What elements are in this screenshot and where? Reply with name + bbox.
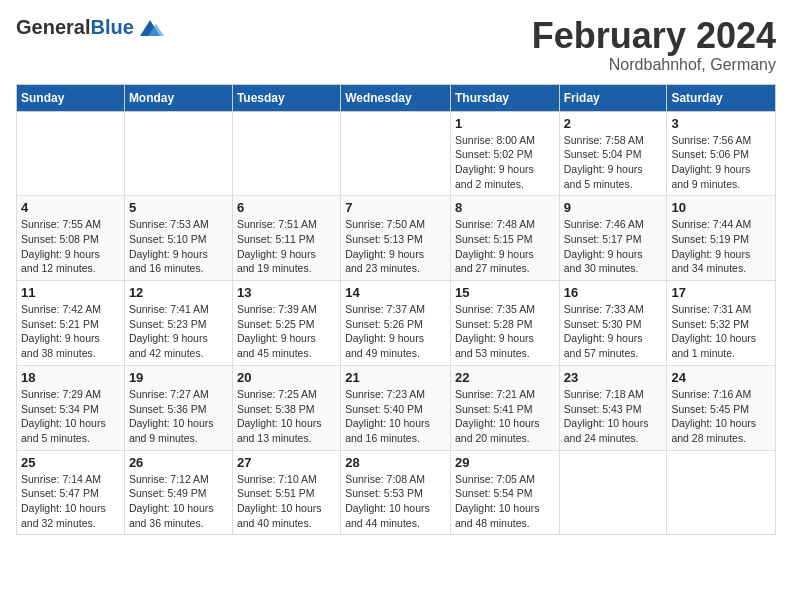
day-info: Sunrise: 7:16 AM Sunset: 5:45 PM Dayligh… — [671, 387, 771, 446]
day-number: 15 — [455, 285, 555, 300]
calendar-cell: 28Sunrise: 7:08 AM Sunset: 5:53 PM Dayli… — [341, 450, 451, 535]
day-number: 23 — [564, 370, 663, 385]
day-number: 11 — [21, 285, 120, 300]
logo-general: General — [16, 16, 90, 39]
calendar-cell: 21Sunrise: 7:23 AM Sunset: 5:40 PM Dayli… — [341, 365, 451, 450]
calendar-cell: 18Sunrise: 7:29 AM Sunset: 5:34 PM Dayli… — [17, 365, 125, 450]
day-info: Sunrise: 7:39 AM Sunset: 5:25 PM Dayligh… — [237, 302, 336, 361]
calendar-cell: 2Sunrise: 7:58 AM Sunset: 5:04 PM Daylig… — [559, 111, 667, 196]
calendar-cell: 22Sunrise: 7:21 AM Sunset: 5:41 PM Dayli… — [450, 365, 559, 450]
day-number: 8 — [455, 200, 555, 215]
calendar-week-4: 18Sunrise: 7:29 AM Sunset: 5:34 PM Dayli… — [17, 365, 776, 450]
day-info: Sunrise: 7:46 AM Sunset: 5:17 PM Dayligh… — [564, 217, 663, 276]
day-number: 28 — [345, 455, 446, 470]
day-info: Sunrise: 7:31 AM Sunset: 5:32 PM Dayligh… — [671, 302, 771, 361]
column-header-thursday: Thursday — [450, 84, 559, 111]
calendar-cell — [559, 450, 667, 535]
title-block: February 2024 Nordbahnhof, Germany — [532, 16, 776, 74]
calendar-cell: 20Sunrise: 7:25 AM Sunset: 5:38 PM Dayli… — [232, 365, 340, 450]
day-info: Sunrise: 7:37 AM Sunset: 5:26 PM Dayligh… — [345, 302, 446, 361]
day-info: Sunrise: 8:00 AM Sunset: 5:02 PM Dayligh… — [455, 133, 555, 192]
calendar-cell: 1Sunrise: 8:00 AM Sunset: 5:02 PM Daylig… — [450, 111, 559, 196]
day-info: Sunrise: 7:48 AM Sunset: 5:15 PM Dayligh… — [455, 217, 555, 276]
day-info: Sunrise: 7:55 AM Sunset: 5:08 PM Dayligh… — [21, 217, 120, 276]
day-number: 4 — [21, 200, 120, 215]
day-number: 29 — [455, 455, 555, 470]
day-info: Sunrise: 7:10 AM Sunset: 5:51 PM Dayligh… — [237, 472, 336, 531]
day-number: 24 — [671, 370, 771, 385]
day-info: Sunrise: 7:23 AM Sunset: 5:40 PM Dayligh… — [345, 387, 446, 446]
column-header-wednesday: Wednesday — [341, 84, 451, 111]
calendar-cell: 9Sunrise: 7:46 AM Sunset: 5:17 PM Daylig… — [559, 196, 667, 281]
calendar-cell: 26Sunrise: 7:12 AM Sunset: 5:49 PM Dayli… — [124, 450, 232, 535]
calendar-cell — [17, 111, 125, 196]
day-info: Sunrise: 7:12 AM Sunset: 5:49 PM Dayligh… — [129, 472, 228, 531]
day-info: Sunrise: 7:56 AM Sunset: 5:06 PM Dayligh… — [671, 133, 771, 192]
calendar-week-1: 1Sunrise: 8:00 AM Sunset: 5:02 PM Daylig… — [17, 111, 776, 196]
day-number: 21 — [345, 370, 446, 385]
calendar-cell — [667, 450, 776, 535]
calendar-cell: 15Sunrise: 7:35 AM Sunset: 5:28 PM Dayli… — [450, 281, 559, 366]
day-number: 5 — [129, 200, 228, 215]
calendar-cell: 27Sunrise: 7:10 AM Sunset: 5:51 PM Dayli… — [232, 450, 340, 535]
day-number: 27 — [237, 455, 336, 470]
calendar-cell: 17Sunrise: 7:31 AM Sunset: 5:32 PM Dayli… — [667, 281, 776, 366]
day-info: Sunrise: 7:18 AM Sunset: 5:43 PM Dayligh… — [564, 387, 663, 446]
day-number: 13 — [237, 285, 336, 300]
day-number: 12 — [129, 285, 228, 300]
calendar-cell: 19Sunrise: 7:27 AM Sunset: 5:36 PM Dayli… — [124, 365, 232, 450]
column-header-sunday: Sunday — [17, 84, 125, 111]
day-info: Sunrise: 7:41 AM Sunset: 5:23 PM Dayligh… — [129, 302, 228, 361]
calendar-cell: 24Sunrise: 7:16 AM Sunset: 5:45 PM Dayli… — [667, 365, 776, 450]
logo: General Blue — [16, 16, 164, 39]
day-info: Sunrise: 7:42 AM Sunset: 5:21 PM Dayligh… — [21, 302, 120, 361]
column-header-friday: Friday — [559, 84, 667, 111]
day-info: Sunrise: 7:53 AM Sunset: 5:10 PM Dayligh… — [129, 217, 228, 276]
calendar-cell: 4Sunrise: 7:55 AM Sunset: 5:08 PM Daylig… — [17, 196, 125, 281]
day-number: 19 — [129, 370, 228, 385]
day-number: 1 — [455, 116, 555, 131]
location-subtitle: Nordbahnhof, Germany — [532, 56, 776, 74]
column-header-monday: Monday — [124, 84, 232, 111]
calendar-cell — [341, 111, 451, 196]
day-number: 2 — [564, 116, 663, 131]
calendar-cell: 8Sunrise: 7:48 AM Sunset: 5:15 PM Daylig… — [450, 196, 559, 281]
calendar-cell: 11Sunrise: 7:42 AM Sunset: 5:21 PM Dayli… — [17, 281, 125, 366]
calendar-week-3: 11Sunrise: 7:42 AM Sunset: 5:21 PM Dayli… — [17, 281, 776, 366]
calendar-cell: 29Sunrise: 7:05 AM Sunset: 5:54 PM Dayli… — [450, 450, 559, 535]
month-title: February 2024 — [532, 16, 776, 56]
calendar-cell: 10Sunrise: 7:44 AM Sunset: 5:19 PM Dayli… — [667, 196, 776, 281]
day-number: 7 — [345, 200, 446, 215]
day-info: Sunrise: 7:27 AM Sunset: 5:36 PM Dayligh… — [129, 387, 228, 446]
day-info: Sunrise: 7:33 AM Sunset: 5:30 PM Dayligh… — [564, 302, 663, 361]
calendar-cell: 14Sunrise: 7:37 AM Sunset: 5:26 PM Dayli… — [341, 281, 451, 366]
day-info: Sunrise: 7:29 AM Sunset: 5:34 PM Dayligh… — [21, 387, 120, 446]
day-number: 14 — [345, 285, 446, 300]
day-info: Sunrise: 7:35 AM Sunset: 5:28 PM Dayligh… — [455, 302, 555, 361]
logo-icon — [136, 18, 164, 38]
day-number: 18 — [21, 370, 120, 385]
day-info: Sunrise: 7:58 AM Sunset: 5:04 PM Dayligh… — [564, 133, 663, 192]
day-info: Sunrise: 7:44 AM Sunset: 5:19 PM Dayligh… — [671, 217, 771, 276]
calendar-cell: 6Sunrise: 7:51 AM Sunset: 5:11 PM Daylig… — [232, 196, 340, 281]
day-number: 22 — [455, 370, 555, 385]
day-number: 20 — [237, 370, 336, 385]
page-header: General Blue February 2024 Nordbahnhof, … — [16, 16, 776, 74]
calendar-cell — [232, 111, 340, 196]
day-number: 17 — [671, 285, 771, 300]
day-info: Sunrise: 7:05 AM Sunset: 5:54 PM Dayligh… — [455, 472, 555, 531]
day-info: Sunrise: 7:50 AM Sunset: 5:13 PM Dayligh… — [345, 217, 446, 276]
calendar-cell: 25Sunrise: 7:14 AM Sunset: 5:47 PM Dayli… — [17, 450, 125, 535]
calendar-cell: 16Sunrise: 7:33 AM Sunset: 5:30 PM Dayli… — [559, 281, 667, 366]
day-number: 3 — [671, 116, 771, 131]
day-info: Sunrise: 7:08 AM Sunset: 5:53 PM Dayligh… — [345, 472, 446, 531]
logo-blue: Blue — [90, 16, 133, 39]
calendar-cell: 7Sunrise: 7:50 AM Sunset: 5:13 PM Daylig… — [341, 196, 451, 281]
calendar-header-row: SundayMondayTuesdayWednesdayThursdayFrid… — [17, 84, 776, 111]
column-header-saturday: Saturday — [667, 84, 776, 111]
day-number: 25 — [21, 455, 120, 470]
calendar-cell — [124, 111, 232, 196]
calendar-cell: 12Sunrise: 7:41 AM Sunset: 5:23 PM Dayli… — [124, 281, 232, 366]
column-header-tuesday: Tuesday — [232, 84, 340, 111]
day-number: 26 — [129, 455, 228, 470]
